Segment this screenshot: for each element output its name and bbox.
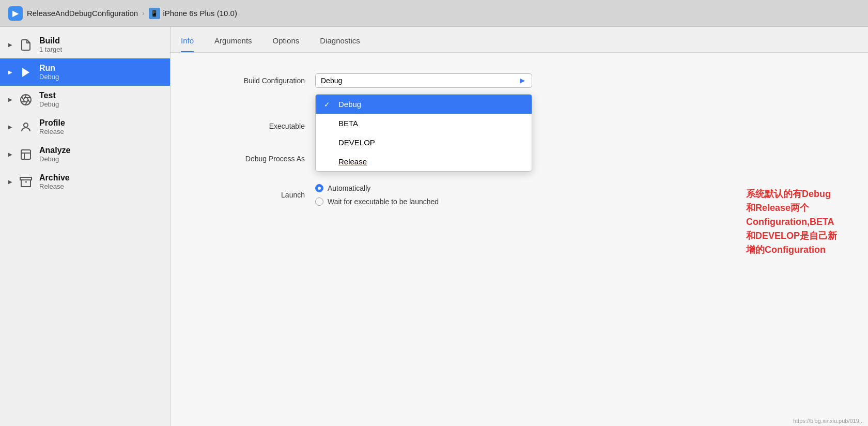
radio-wait[interactable]: Wait for executable to be launched: [315, 197, 439, 206]
build-label: Build: [39, 36, 62, 45]
archive-icon: [19, 175, 33, 189]
device-name: iPhone 6s Plus (10.0): [163, 9, 237, 18]
radio-circle-auto: [315, 184, 323, 192]
sidebar-arrow-archive: ▶: [8, 179, 12, 185]
radio-auto-label: Automatically: [328, 184, 370, 192]
sidebar-item-test[interactable]: ▶ Test Debug: [0, 86, 170, 113]
dropdown-selected-value: Debug: [321, 77, 342, 85]
sidebar-item-run[interactable]: ▶ Run Debug: [0, 58, 170, 86]
titlebar: ▶ ReleaseAndDebugConfiguration › 📱 iPhon…: [0, 0, 868, 27]
tab-arguments[interactable]: Arguments: [214, 36, 252, 52]
option-debug-text: Debug: [338, 100, 523, 109]
device-selector[interactable]: 📱 iPhone 6s Plus (10.0): [149, 8, 237, 19]
annotation-content: 系统默认的有Debug和Release两个Configuration,BETA和…: [746, 189, 837, 255]
launch-row: Launch Automatically Wait for executable…: [202, 184, 837, 206]
dropdown-arrow-icon: ►: [518, 76, 526, 85]
profile-label: Profile: [39, 118, 65, 128]
analyze-label: Analyze: [39, 146, 70, 155]
app-icon: ▶: [8, 6, 23, 21]
radio-wait-label: Wait for executable to be launched: [328, 197, 439, 206]
profile-icon: [19, 120, 33, 134]
annotation-text: 系统默认的有Debug和Release两个Configuration,BETA和…: [746, 187, 837, 257]
tab-info[interactable]: Info: [181, 36, 194, 52]
sidebar-item-archive[interactable]: ▶ Archive Release: [0, 168, 170, 195]
device-icon: 📱: [149, 8, 160, 19]
build-config-dropdown-container: Debug ► ✓ Debug BETA: [315, 73, 532, 88]
sidebar-arrow-test: ▶: [8, 97, 12, 102]
dropdown-option-debug[interactable]: ✓ Debug: [316, 95, 532, 114]
option-release-text: Release: [338, 157, 523, 166]
breadcrumb-chevron: ›: [142, 9, 144, 17]
main-layout: ▶ Build 1 target ▶ Run Debug: [0, 27, 868, 426]
archive-label: Archive: [39, 173, 70, 182]
sidebar-item-analyze[interactable]: ▶ Analyze Debug: [0, 141, 170, 168]
sidebar-item-profile[interactable]: ▶ Profile Release: [0, 113, 170, 141]
svg-rect-12: [20, 177, 32, 180]
dropdown-option-release[interactable]: Release: [316, 152, 532, 171]
analyze-sublabel: Debug: [39, 155, 70, 163]
radio-circle-wait: [315, 197, 323, 206]
content-area: Info Arguments Options Diagnostics Build…: [171, 27, 868, 426]
profile-text: Profile Release: [39, 118, 65, 135]
sidebar-arrow-analyze: ▶: [8, 151, 12, 157]
sidebar-arrow-build: ▶: [8, 42, 12, 48]
build-config-label: Build Configuration: [202, 77, 305, 85]
option-develop-text: DEVELOP: [338, 138, 523, 147]
sidebar-item-build[interactable]: ▶ Build 1 target: [0, 31, 170, 58]
run-sublabel: Debug: [39, 73, 59, 81]
build-config-row: Build Configuration Debug ► ✓ Debug: [202, 73, 837, 88]
run-label: Run: [39, 64, 59, 73]
svg-rect-9: [21, 150, 30, 159]
build-config-dropdown[interactable]: Debug ►: [315, 73, 532, 88]
run-icon: [19, 65, 33, 80]
test-label: Test: [39, 91, 59, 100]
radio-automatically[interactable]: Automatically: [315, 184, 439, 192]
test-sublabel: Debug: [39, 100, 59, 108]
launch-label: Launch: [202, 191, 305, 199]
sidebar-arrow-run: ▶: [8, 69, 12, 75]
debug-process-label: Debug Process As: [202, 155, 305, 163]
run-text: Run Debug: [39, 64, 59, 81]
executable-label: Executable: [202, 122, 305, 130]
test-text: Test Debug: [39, 91, 59, 108]
content-body: Build Configuration Debug ► ✓ Debug: [171, 53, 868, 426]
svg-marker-0: [22, 68, 29, 77]
dropdown-option-beta[interactable]: BETA: [316, 114, 532, 133]
dropdown-menu: ✓ Debug BETA DEVELOP: [315, 94, 532, 172]
tab-options[interactable]: Options: [273, 36, 300, 52]
option-beta-text: BETA: [338, 119, 523, 128]
url-bar: https://blog.xinxiu.pub/019...: [789, 416, 868, 426]
build-icon: [19, 38, 33, 52]
test-icon: [19, 93, 33, 107]
check-icon: ✓: [324, 100, 333, 109]
build-sublabel: 1 target: [39, 45, 62, 53]
tab-bar: Info Arguments Options Diagnostics: [171, 27, 868, 53]
archive-text: Archive Release: [39, 173, 70, 190]
launch-radio-group: Automatically Wait for executable to be …: [315, 184, 439, 206]
url-text: https://blog.xinxiu.pub/019...: [793, 418, 864, 424]
analyze-icon: [19, 147, 33, 162]
archive-sublabel: Release: [39, 182, 70, 190]
tab-diagnostics[interactable]: Diagnostics: [320, 36, 360, 52]
sidebar-arrow-profile: ▶: [8, 124, 12, 130]
sidebar: ▶ Build 1 target ▶ Run Debug: [0, 27, 171, 426]
analyze-text: Analyze Debug: [39, 146, 70, 163]
dropdown-option-develop[interactable]: DEVELOP: [316, 133, 532, 152]
svg-point-8: [24, 123, 28, 127]
profile-sublabel: Release: [39, 128, 65, 135]
build-text: Build 1 target: [39, 36, 62, 53]
project-name: ReleaseAndDebugConfiguration: [27, 9, 138, 18]
